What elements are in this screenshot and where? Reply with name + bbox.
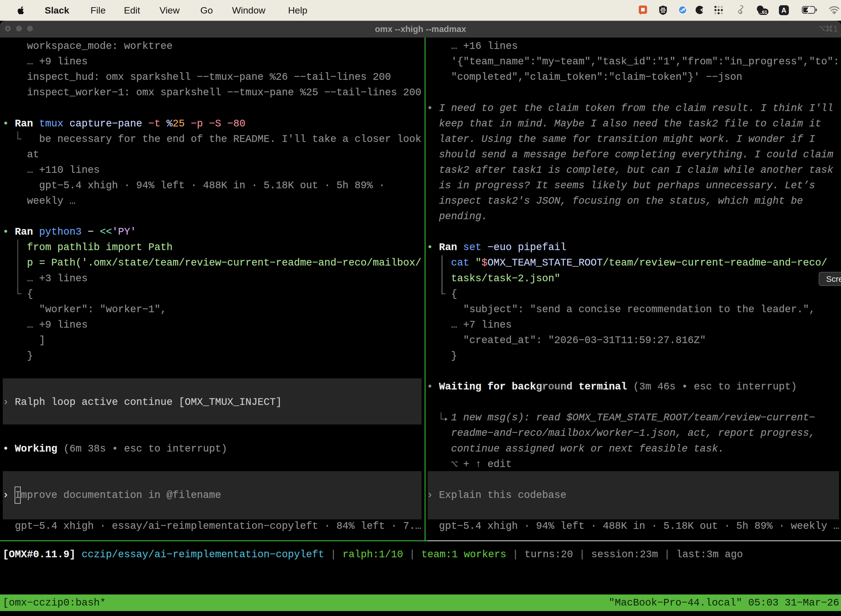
svg-text:..61: ..61: [759, 10, 767, 15]
svg-text:A: A: [781, 6, 786, 14]
